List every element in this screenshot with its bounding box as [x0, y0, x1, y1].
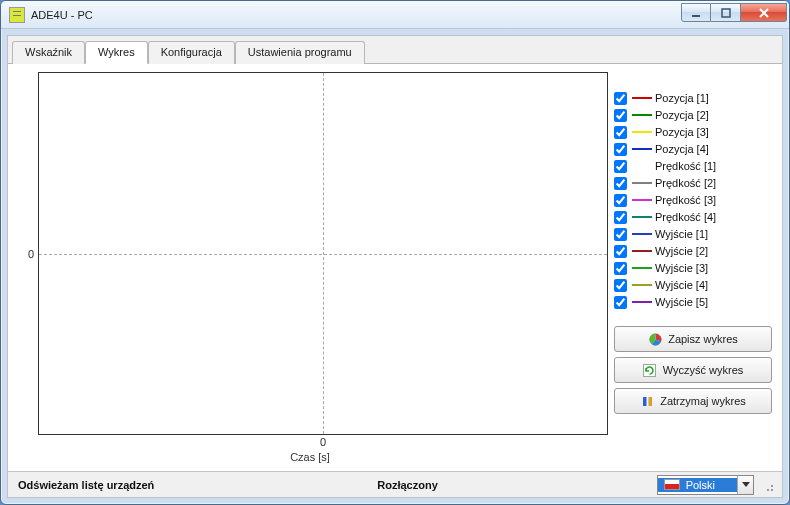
legend-row: Wyjście [4]	[614, 277, 772, 293]
legend-checkbox[interactable]	[614, 177, 627, 190]
legend-checkbox[interactable]	[614, 296, 627, 309]
legend-swatch	[632, 182, 652, 184]
legend-swatch	[632, 114, 652, 116]
save-chart-label: Zapisz wykres	[668, 333, 738, 345]
legend-label: Pozycja [2]	[655, 109, 709, 121]
client-area: Wskaźnik Wykres Konfiguracja Ustawienia …	[7, 35, 783, 498]
tab-content: 0 0 Czas [s] Pozycja [1]Pozycja [2]Poz	[8, 64, 782, 471]
legend-row: Wyjście [2]	[614, 243, 772, 259]
resize-grip[interactable]	[762, 476, 776, 494]
legend: Pozycja [1]Pozycja [2]Pozycja [3]Pozycja…	[614, 90, 772, 310]
legend-swatch	[632, 216, 652, 218]
legend-checkbox[interactable]	[614, 228, 627, 241]
svg-rect-0	[692, 15, 700, 17]
pause-icon	[640, 394, 654, 408]
svg-rect-1	[722, 9, 730, 17]
legend-swatch	[632, 148, 652, 150]
window-title: ADE4U - PC	[31, 9, 93, 21]
minimize-button[interactable]	[681, 3, 711, 22]
window-controls	[681, 7, 787, 22]
maximize-button[interactable]	[711, 3, 741, 22]
legend-label: Prędkość [4]	[655, 211, 716, 223]
legend-label: Pozycja [1]	[655, 92, 709, 104]
legend-row: Wyjście [1]	[614, 226, 772, 242]
legend-checkbox[interactable]	[614, 211, 627, 224]
stop-chart-button[interactable]: Zatrzymaj wykres	[614, 388, 772, 414]
side-panel: Pozycja [1]Pozycja [2]Pozycja [3]Pozycja…	[614, 72, 772, 463]
legend-row: Wyjście [3]	[614, 260, 772, 276]
tab-ustawienia[interactable]: Ustawienia programu	[235, 41, 365, 64]
legend-label: Prędkość [1]	[655, 160, 716, 172]
svg-rect-4	[643, 397, 647, 406]
legend-swatch	[632, 165, 652, 167]
svg-rect-5	[648, 397, 652, 406]
clear-chart-label: Wyczyść wykres	[663, 364, 744, 376]
legend-label: Wyjście [4]	[655, 279, 708, 291]
y-axis: 0	[12, 72, 38, 435]
legend-label: Wyjście [3]	[655, 262, 708, 274]
status-left: Odświeżam listę urządzeń	[14, 479, 158, 491]
legend-row: Pozycja [1]	[614, 90, 772, 106]
legend-swatch	[632, 199, 652, 201]
tab-wskaznik[interactable]: Wskaźnik	[12, 41, 85, 64]
legend-label: Pozycja [4]	[655, 143, 709, 155]
legend-label: Prędkość [3]	[655, 194, 716, 206]
x-tick-0: 0	[320, 436, 326, 448]
legend-swatch	[632, 267, 652, 269]
legend-row: Wyjście [5]	[614, 294, 772, 310]
legend-swatch	[632, 301, 652, 303]
plot-area[interactable]	[38, 72, 608, 435]
language-selector[interactable]: Polski	[657, 475, 754, 495]
tab-wykres[interactable]: Wykres	[85, 41, 148, 64]
legend-row: Prędkość [3]	[614, 192, 772, 208]
save-chart-button[interactable]: Zapisz wykres	[614, 326, 772, 352]
legend-checkbox[interactable]	[614, 279, 627, 292]
chevron-down-icon[interactable]	[737, 476, 753, 494]
refresh-icon	[643, 363, 657, 377]
legend-swatch	[632, 233, 652, 235]
legend-row: Pozycja [4]	[614, 141, 772, 157]
legend-checkbox[interactable]	[614, 245, 627, 258]
legend-label: Prędkość [2]	[655, 177, 716, 189]
legend-row: Prędkość [2]	[614, 175, 772, 191]
legend-checkbox[interactable]	[614, 109, 627, 122]
language-label: Polski	[686, 479, 715, 491]
tab-konfiguracja[interactable]: Konfiguracja	[148, 41, 235, 64]
legend-label: Wyjście [2]	[655, 245, 708, 257]
titlebar[interactable]: ADE4U - PC	[1, 1, 789, 29]
legend-swatch	[632, 284, 652, 286]
legend-checkbox[interactable]	[614, 160, 627, 173]
grid-v	[323, 73, 324, 434]
chart-panel: 0 0 Czas [s]	[12, 72, 608, 463]
legend-row: Prędkość [4]	[614, 209, 772, 225]
legend-label: Pozycja [3]	[655, 126, 709, 138]
flag-icon	[664, 479, 680, 490]
legend-label: Wyjście [1]	[655, 228, 708, 240]
legend-label: Wyjście [5]	[655, 296, 708, 308]
tab-bar: Wskaźnik Wykres Konfiguracja Ustawienia …	[8, 36, 782, 64]
stop-chart-label: Zatrzymaj wykres	[660, 395, 746, 407]
app-icon	[9, 7, 25, 23]
legend-checkbox[interactable]	[614, 126, 627, 139]
y-tick-0: 0	[28, 248, 34, 260]
clear-chart-button[interactable]: Wyczyść wykres	[614, 357, 772, 383]
legend-swatch	[632, 131, 652, 133]
legend-checkbox[interactable]	[614, 92, 627, 105]
legend-row: Pozycja [2]	[614, 107, 772, 123]
pie-icon	[648, 332, 662, 346]
status-bar: Odświeżam listę urządzeń Rozłączony Pols…	[8, 471, 782, 497]
legend-swatch	[632, 97, 652, 99]
legend-row: Prędkość [1]	[614, 158, 772, 174]
legend-checkbox[interactable]	[614, 143, 627, 156]
legend-checkbox[interactable]	[614, 262, 627, 275]
x-axis: 0	[38, 435, 608, 453]
legend-checkbox[interactable]	[614, 194, 627, 207]
close-button[interactable]	[741, 3, 787, 22]
app-window: ADE4U - PC Wskaźnik Wykres Konfiguracja …	[0, 0, 790, 505]
legend-row: Pozycja [3]	[614, 124, 772, 140]
legend-swatch	[632, 250, 652, 252]
status-center: Rozłączony	[373, 479, 442, 491]
